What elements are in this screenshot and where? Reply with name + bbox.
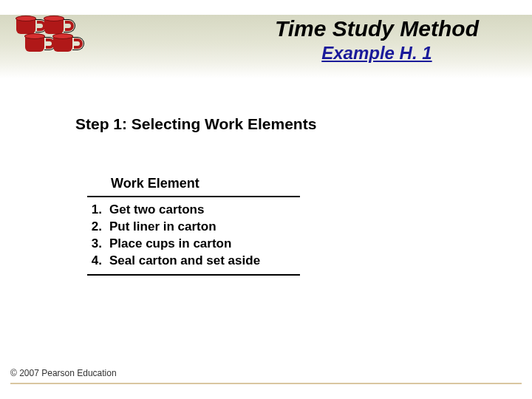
table-row: 3. Place cups in carton [87, 236, 293, 253]
step-heading: Step 1: Selecting Work Elements [75, 115, 316, 133]
footer-divider [10, 383, 522, 384]
row-text: Get two cartons [109, 202, 204, 219]
table-header: Work Element [87, 174, 300, 197]
slide-title: Time Study Method [275, 16, 479, 41]
table-body: 1. Get two cartons 2. Put liner in carto… [87, 197, 300, 276]
table-row: 4. Seal carton and set aside [87, 253, 293, 270]
title-block: Time Study Method Example H. 1 [275, 16, 479, 64]
row-number: 3. [87, 236, 109, 253]
row-number: 2. [87, 219, 109, 236]
table-row: 1. Get two cartons [87, 202, 293, 219]
table-row: 2. Put liner in carton [87, 219, 293, 236]
row-text: Put liner in carton [109, 219, 216, 236]
row-number: 1. [87, 202, 109, 219]
copyright-footer: © 2007 Pearson Education [10, 368, 117, 378]
work-element-table: Work Element 1. Get two cartons 2. Put l… [87, 174, 300, 276]
row-number: 4. [87, 253, 109, 270]
row-text: Seal carton and set aside [109, 253, 260, 270]
row-text: Place cups in carton [109, 236, 231, 253]
slide-subtitle: Example H. 1 [275, 43, 479, 64]
cups-icon [13, 12, 87, 64]
